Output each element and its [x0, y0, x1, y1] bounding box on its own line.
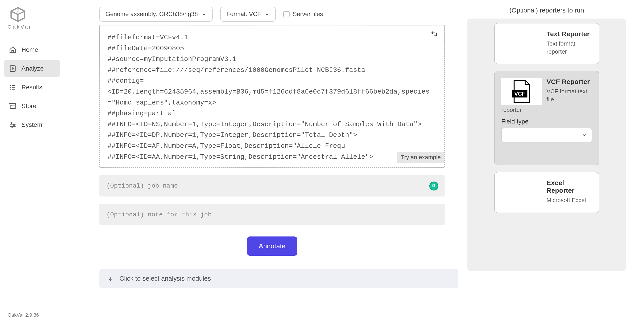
undo-icon[interactable] [430, 30, 438, 37]
sidebar-item-store[interactable]: Store [4, 97, 60, 115]
sidebar-item-label: System [22, 121, 42, 128]
reporter-desc: Text format reporter [546, 39, 592, 56]
svg-text:VCF: VCF [514, 91, 525, 97]
sidebar: OakVar Home Analyze Results Store System… [0, 0, 64, 322]
reporter-thumb [501, 30, 542, 57]
reporters-header: (Optional) reporters to run [467, 7, 626, 14]
reporter-card-vcf[interactable]: VCF VCF Reporter VCF format text file re… [494, 71, 599, 165]
sidebar-item-label: Results [22, 84, 42, 91]
vcf-content: ##fileformat=VCFv4.1 ##fileDate=20090805… [108, 32, 437, 162]
job-note-input[interactable] [106, 211, 438, 218]
sidebar-item-home[interactable]: Home [4, 41, 60, 58]
svg-point-1 [11, 122, 12, 124]
svg-point-2 [14, 124, 15, 126]
job-name-input[interactable] [106, 182, 438, 189]
chevron-down-icon [264, 12, 270, 17]
vcf-input-box[interactable]: ##fileformat=VCFv4.1 ##fileDate=20090805… [99, 25, 445, 168]
annotate-button[interactable]: Annotate [247, 236, 297, 256]
server-files-checkbox[interactable]: Server files [283, 11, 323, 18]
reporter-card-text[interactable]: Text Reporter Text format reporter [494, 23, 599, 64]
right-pane: (Optional) reporters to run Text Reporte… [458, 0, 644, 322]
modules-label: Click to select analysis modules [120, 275, 211, 282]
home-icon [9, 46, 16, 54]
store-icon [9, 102, 16, 110]
version-label: OakVar 2.9.36 [4, 312, 60, 318]
control-row: Genome assembly: GRCh38/hg38 Format: VCF… [99, 7, 445, 22]
try-example-button[interactable]: Try an example [397, 152, 444, 163]
analysis-modules-bar[interactable]: Click to select analysis modules [99, 269, 458, 288]
system-icon [9, 121, 16, 129]
reporter-title: Text Reporter [546, 30, 592, 38]
reporters-list: Text Reporter Text format reporter VCF [467, 18, 626, 271]
server-files-label: Server files [293, 11, 323, 18]
sidebar-item-system[interactable]: System [4, 116, 60, 134]
vcf-file-icon: VCF [509, 79, 534, 104]
oakvar-logo-icon [8, 7, 28, 22]
sidebar-item-label: Analyze [22, 65, 44, 72]
analyze-icon [9, 65, 16, 72]
reporter-title: Excel Reporter [546, 179, 592, 194]
results-icon [9, 84, 16, 91]
format-label: Format: VCF [226, 11, 261, 18]
reporter-desc-cont: reporter [501, 107, 592, 113]
assembly-label: Genome assembly: GRCh38/hg38 [106, 11, 198, 18]
job-note-field-wrap [99, 204, 445, 225]
format-dropdown[interactable]: Format: VCF [220, 7, 276, 22]
checkbox-box [283, 11, 290, 17]
field-type-select[interactable] [501, 128, 592, 143]
chevron-down-icon [582, 133, 587, 138]
arrow-down-icon [108, 276, 114, 282]
sidebar-item-analyze[interactable]: Analyze [4, 60, 60, 77]
reporter-desc: Microsoft Excel [546, 196, 592, 204]
sidebar-item-results[interactable]: Results [4, 79, 60, 96]
sidebar-item-label: Home [22, 46, 38, 53]
grammarly-icon[interactable]: G [429, 181, 438, 190]
reporter-card-excel[interactable]: Excel Reporter Microsoft Excel [494, 172, 599, 213]
reporter-desc: VCF format text file [546, 87, 592, 104]
assembly-dropdown[interactable]: Genome assembly: GRCh38/hg38 [99, 7, 213, 22]
field-type-label: Field type [501, 118, 592, 125]
svg-point-3 [12, 126, 13, 128]
chevron-down-icon [202, 12, 206, 17]
job-name-field-wrap: G [99, 175, 445, 196]
brand-name: OakVar [8, 24, 32, 30]
logo: OakVar [4, 7, 60, 30]
reporter-thumb [501, 179, 542, 206]
left-pane: Genome assembly: GRCh38/hg38 Format: VCF… [64, 0, 458, 322]
reporter-thumb: VCF [501, 78, 542, 105]
main: Genome assembly: GRCh38/hg38 Format: VCF… [64, 0, 644, 322]
sidebar-item-label: Store [22, 103, 36, 110]
reporter-title: VCF Reporter [546, 78, 592, 86]
